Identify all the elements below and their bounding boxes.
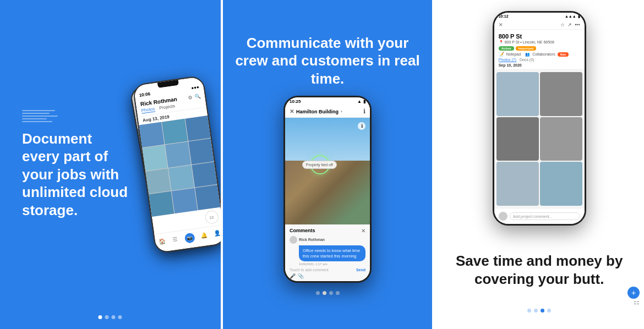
- photo-cell: [139, 122, 165, 148]
- comment-input-row: Touch to add comment Send: [290, 268, 365, 272]
- time-front: 10:06: [139, 91, 151, 98]
- detail-photo-1: [496, 72, 539, 116]
- chevron-icon-comm: ›: [341, 109, 342, 114]
- comment-placeholder: Touch to add comment: [290, 268, 329, 272]
- detail-photo-4: [540, 117, 582, 161]
- detail-full-address: 📍 800 P St • Lincoln, NE 68508: [499, 40, 580, 45]
- dot-4-p2[interactable]: [336, 291, 340, 295]
- list-icon-front[interactable]: ☰: [171, 235, 179, 244]
- detail-photo-2: [540, 72, 582, 116]
- dot-2[interactable]: [105, 315, 109, 319]
- filter-icon-front[interactable]: ⚏: [204, 210, 219, 224]
- photo-cell: [192, 162, 217, 188]
- more-icon-detail[interactable]: •••: [575, 22, 580, 28]
- back-icon-detail[interactable]: ✕: [499, 22, 503, 28]
- photo-annotation-label: Properly tied off: [302, 161, 337, 169]
- dot-4-p3[interactable]: [547, 309, 551, 312]
- dot-1-p2[interactable]: [316, 291, 320, 295]
- detail-comment-area: Add project comment...: [494, 208, 585, 224]
- wifi-icon: ▲: [357, 99, 362, 104]
- panel-1-text-block: Document every part of your jobs with un…: [22, 110, 132, 220]
- photo-cell: [188, 139, 214, 164]
- comm-time: 10:25: [290, 99, 301, 104]
- photo-cell: [162, 119, 188, 145]
- header-icons-front: ⚙ 🔍: [187, 93, 200, 100]
- home-icon-front[interactable]: 🏠: [157, 237, 166, 245]
- page-dots-3: [527, 309, 551, 312]
- dot-2-p3[interactable]: [534, 309, 538, 312]
- building-photo: Properly tied off ℹ: [285, 118, 370, 224]
- photo-cell: [145, 168, 171, 194]
- panel-1-heading: Document every part of your jobs with un…: [22, 130, 132, 220]
- panel-3-heading: Save time and money by covering your but…: [445, 252, 633, 288]
- dot-2-p2[interactable]: [323, 291, 326, 295]
- comm-top-bar: ✕ Hamilton Building › ℹ: [285, 106, 370, 118]
- detail-top-row: ✕ ☆ ↗ •••: [494, 20, 585, 30]
- dot-1[interactable]: [99, 315, 102, 319]
- comm-phone-mockup: 10:25 ▲ ▮ ✕ Hamilton Building › ℹ: [283, 96, 372, 283]
- badge-active: Active: [499, 46, 514, 51]
- commenter-row: Rick Rothman: [290, 236, 365, 244]
- dot-3[interactable]: [112, 315, 116, 319]
- notepad-icon: 📝: [499, 52, 504, 57]
- battery-detail: ▮: [578, 14, 580, 19]
- tab-projects-front[interactable]: Projects: [159, 103, 175, 111]
- detail-time: 10:12: [499, 14, 509, 19]
- detail-address-title: 800 P St: [499, 33, 580, 40]
- tab-docs-detail[interactable]: Docs (0): [520, 58, 534, 62]
- detail-header: 800 P St 📍 800 P St • Lincoln, NE 68508 …: [494, 30, 585, 70]
- comment-timestamp: 10/9/2020, 1:17 am: [299, 262, 365, 266]
- detail-status-bar: 10:12 ▲▲▲ ▮: [494, 13, 585, 20]
- detail-photo-3: [496, 117, 539, 161]
- detail-photo-5: [496, 162, 539, 206]
- search-icon-front[interactable]: 🔍: [194, 93, 200, 99]
- photo-cell: [168, 165, 194, 191]
- star-icon-detail[interactable]: ☆: [560, 22, 565, 28]
- detail-photo-6: [540, 162, 582, 206]
- attachment-icon[interactable]: 📎: [298, 273, 304, 279]
- photo-cell: [142, 145, 168, 171]
- tab-photos-detail[interactable]: Photos (7): [499, 58, 516, 62]
- close-icon-comments[interactable]: ✕: [361, 228, 365, 234]
- detail-phone-screen: 10:12 ▲▲▲ ▮ ✕ ☆ ↗ ••• 800 P St 📍: [494, 13, 585, 224]
- dot-3-p3[interactable]: [541, 309, 544, 312]
- send-label[interactable]: Send: [356, 268, 365, 272]
- phone-mockup-front: 10:06 ●●● Rick Rothman ⚙ 🔍 Photos Projec…: [132, 75, 221, 254]
- detail-photos-grid: [494, 70, 585, 208]
- detail-signal: ▲▲▲ ▮: [565, 14, 580, 19]
- panel-save: 10:12 ▲▲▲ ▮ ✕ ☆ ↗ ••• 800 P St 📍: [434, 0, 644, 329]
- signal-bars: ▲▲▲: [565, 14, 576, 19]
- location-pin-icon: 📍: [499, 40, 504, 44]
- comment-message-bubble: Office needs to know what time this crew…: [299, 245, 365, 262]
- close-icon-comm[interactable]: ✕: [290, 108, 294, 114]
- panel-communicate: Communicate with your crew and customers…: [223, 0, 433, 329]
- camera-icon-front[interactable]: 📷: [184, 233, 195, 244]
- share-icon-detail[interactable]: ↗: [567, 22, 572, 28]
- page-dots-1: [99, 315, 122, 319]
- commenter-name: Rick Rothman: [299, 238, 325, 242]
- mic-icon[interactable]: 🎤: [290, 273, 296, 279]
- comments-section: Comments ✕ Rick Rothman Office needs to …: [285, 224, 370, 282]
- bell-icon-front[interactable]: 🔔: [199, 231, 208, 239]
- comm-phone-screen: 10:25 ▲ ▮ ✕ Hamilton Building › ℹ: [285, 97, 370, 281]
- dot-3-p2[interactable]: [329, 291, 333, 295]
- page-dots-2: [316, 291, 340, 295]
- detail-action-icons: ☆ ↗ •••: [560, 22, 580, 28]
- info-icon-comm[interactable]: ℹ: [363, 108, 365, 115]
- full-address-text: 800 P St • Lincoln, NE 68508: [505, 40, 554, 44]
- collaborators-label: Collaborators: [532, 52, 555, 56]
- gear-icon-front[interactable]: ⚙: [187, 94, 192, 100]
- dot-1-p3[interactable]: [527, 309, 531, 312]
- photos-docs-tabs: Photos (7) Docs (0): [499, 58, 580, 62]
- panel-document: Document every part of your jobs with un…: [0, 0, 221, 329]
- detail-badges-row: Active Important: [499, 46, 580, 51]
- comment-input-mock[interactable]: Add project comment...: [510, 212, 580, 220]
- tab-photos-front[interactable]: Photos: [141, 106, 155, 113]
- notepad-label: Notepad: [506, 52, 521, 56]
- profile-icon-front[interactable]: 👤: [213, 229, 221, 238]
- detail-date-label: Sep 10, 2020: [499, 63, 580, 67]
- collaborators-icon: 👥: [525, 52, 530, 57]
- comm-project-title: Hamilton Building: [296, 109, 339, 114]
- dot-4[interactable]: [118, 315, 122, 319]
- photo-cell: [165, 142, 191, 168]
